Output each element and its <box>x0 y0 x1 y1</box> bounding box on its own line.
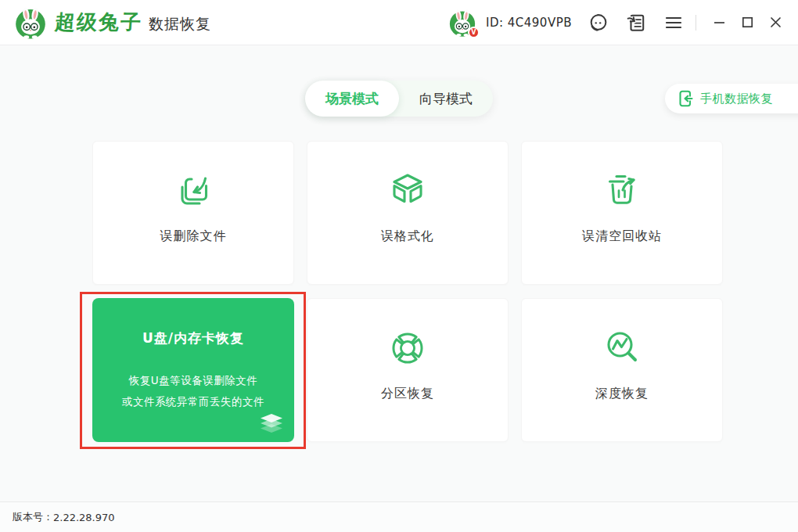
tab-scene-mode[interactable]: 场景模式 <box>305 81 399 117</box>
maximize-button[interactable] <box>737 13 757 33</box>
trash-restore-icon <box>602 171 642 211</box>
app-title: 超级兔子 数据恢复 <box>55 9 211 36</box>
lifebuoy-icon <box>387 328 428 368</box>
titlebar: 超级兔子 数据恢复 V ID: 4C490VPB <box>0 0 798 45</box>
mode-toggle: 场景模式 向导模式 <box>305 81 493 117</box>
card-title: U盘/内存卡恢复 <box>92 329 294 347</box>
cube-icon <box>387 171 428 211</box>
deep-scan-icon <box>602 328 642 368</box>
card-formatted-disk[interactable]: 误格式化 <box>307 141 509 285</box>
phone-arrow-icon <box>677 90 694 107</box>
card-description-line1: 恢复U盘等设备误删除文件 <box>92 370 294 391</box>
card-label: 深度恢复 <box>595 386 649 402</box>
card-label: 误清空回收站 <box>582 228 662 245</box>
phone-recovery-label: 手机数据恢复 <box>700 92 773 106</box>
card-label: 误格式化 <box>381 228 434 245</box>
version-label: 版本号： <box>13 510 53 524</box>
recovery-cards-grid: 误删除文件 误格式化 误清空回收站 <box>92 141 723 442</box>
card-label: 误删除文件 <box>160 228 227 245</box>
feedback-form-icon <box>626 13 646 33</box>
maximize-icon <box>742 16 753 28</box>
main-area: 场景模式 向导模式 手机数据恢复 误删除文件 <box>0 45 798 501</box>
hamburger-menu-icon <box>664 13 683 32</box>
close-button[interactable] <box>765 13 785 33</box>
vip-badge: V <box>468 27 480 38</box>
user-id-label: ID: 4C490VPB <box>486 16 572 30</box>
minimize-icon <box>714 16 725 28</box>
footer: 版本号： 2.22.28.970 <box>0 501 798 532</box>
user-avatar[interactable]: V <box>448 9 476 37</box>
version-value: 2.22.28.970 <box>53 512 115 523</box>
titlebar-right: V ID: 4C490VPB <box>448 9 785 37</box>
brand-name: 超级兔子 <box>54 9 143 36</box>
minimize-button[interactable] <box>709 13 729 33</box>
card-recycle-bin[interactable]: 误清空回收站 <box>521 141 723 285</box>
card-usb-recovery[interactable]: U盘/内存卡恢复 恢复U盘等设备误删除文件 或文件系统异常而丢失的文件 <box>92 298 294 442</box>
titlebar-separator <box>696 15 696 31</box>
close-icon <box>770 16 782 28</box>
file-restore-icon <box>173 171 214 211</box>
phone-data-recovery-button[interactable]: 手机数据恢复 <box>665 84 798 113</box>
feedback-button[interactable] <box>625 12 647 34</box>
support-button[interactable] <box>588 12 609 34</box>
card-label: 分区恢复 <box>381 386 434 402</box>
app-logo-rabbit-icon <box>14 6 47 39</box>
tab-wizard-mode[interactable]: 向导模式 <box>399 81 493 117</box>
brand-product: 数据恢复 <box>149 14 211 34</box>
card-partition-recovery[interactable]: 分区恢复 <box>307 298 509 442</box>
card-deleted-files[interactable]: 误删除文件 <box>92 141 294 285</box>
layers-icon <box>258 414 285 434</box>
card-description-line2: 或文件系统异常而丢失的文件 <box>92 391 294 412</box>
card-deep-recovery[interactable]: 深度恢复 <box>521 298 723 442</box>
menu-button[interactable] <box>663 12 685 34</box>
card-description: 恢复U盘等设备误删除文件 或文件系统异常而丢失的文件 <box>92 370 294 412</box>
headset-icon <box>588 13 609 33</box>
